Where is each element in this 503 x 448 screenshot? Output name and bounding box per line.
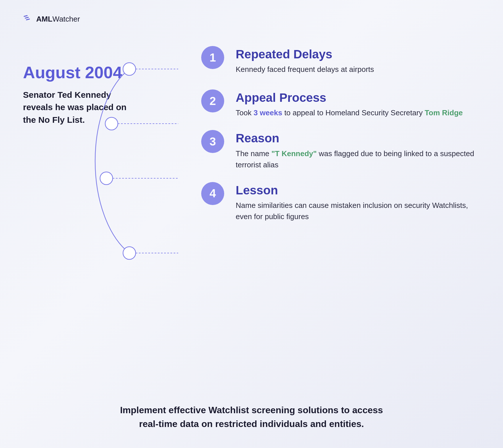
bottom-line-1: Implement effective Watchlist screening … [120,405,383,415]
step-1-desc: Kennedy faced frequent delays at airport… [236,64,480,75]
logo: AMLWatcher [23,14,80,24]
step-1-content: Repeated Delays Kennedy faced frequent d… [236,46,480,75]
step-4-number: 4 [201,182,224,205]
highlight-t-kennedy: "T Kennedy" [271,149,317,158]
svg-point-5 [105,117,118,130]
step-2-content: Appeal Process Took 3 weeks to appeal to… [236,89,480,118]
right-section: 1 Repeated Delays Kennedy faced frequent… [155,46,480,231]
step-1-title: Repeated Delays [236,48,480,61]
step-4-content: Lesson Name similarities can cause mista… [236,182,480,222]
logo-text: AMLWatcher [36,15,80,24]
step-3-desc: The name "T Kennedy" was flagged due to … [236,148,480,171]
step-2-number: 2 [201,89,224,112]
bottom-text: Implement effective Watchlist screening … [0,403,503,431]
highlight-weeks: 3 weeks [254,108,282,117]
step-3: 3 Reason The name "T Kennedy" was flagge… [201,130,480,170]
svg-rect-2 [26,18,30,20]
step-3-title: Reason [236,132,480,145]
circle-diagram [80,46,178,276]
highlight-tom-ridge: Tom Ridge [425,108,463,117]
bottom-line-2: real-time data on restricted individuals… [139,419,364,429]
svg-point-3 [123,63,136,75]
step-3-content: Reason The name "T Kennedy" was flagged … [236,130,480,170]
step-2: 2 Appeal Process Took 3 weeks to appeal … [201,89,480,118]
svg-rect-0 [24,15,28,17]
svg-rect-1 [25,17,29,19]
step-4-title: Lesson [236,184,480,197]
logo-icon [23,14,33,24]
step-3-number: 3 [201,130,224,153]
step-4: 4 Lesson Name similarities can cause mis… [201,182,480,222]
svg-point-9 [123,247,136,259]
svg-point-7 [100,172,113,185]
step-2-desc: Took 3 weeks to appeal to Homeland Secur… [236,107,480,118]
step-4-desc: Name similarities can cause mistaken inc… [236,200,480,222]
step-1-number: 1 [201,46,224,69]
step-1: 1 Repeated Delays Kennedy faced frequent… [201,46,480,75]
step-2-title: Appeal Process [236,91,480,104]
